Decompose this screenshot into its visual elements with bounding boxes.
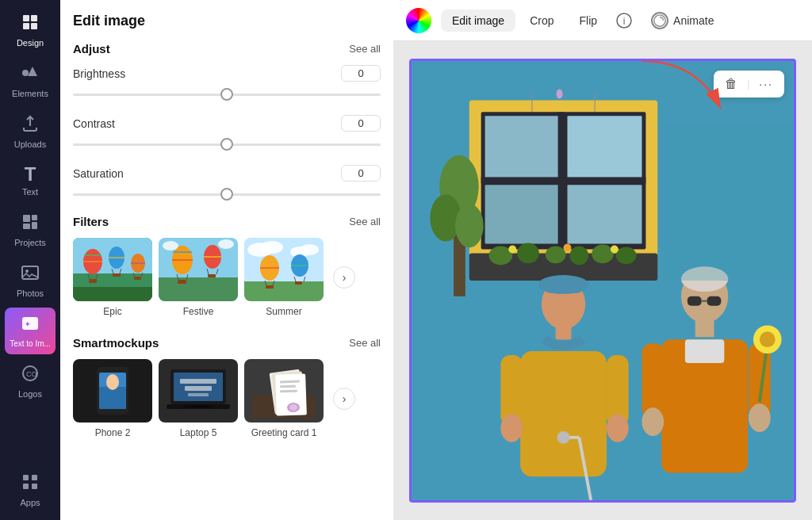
svg-rect-3: [31, 23, 37, 29]
svg-rect-0: [23, 15, 29, 21]
photos-icon: [21, 263, 40, 285]
animate-button[interactable]: Animate: [640, 7, 725, 34]
saturation-input[interactable]: [341, 165, 381, 182]
svg-point-122: [611, 245, 619, 253]
svg-text:i: i: [623, 16, 626, 27]
filter-festive-thumb: [159, 238, 238, 301]
text-to-image-icon: ✦: [21, 314, 40, 336]
sidebar-item-text[interactable]: T Text: [5, 159, 56, 203]
sidebar-item-projects-label: Projects: [14, 238, 46, 247]
svg-rect-17: [32, 475, 37, 480]
sidebar-item-text-label: Text: [22, 187, 38, 197]
svg-rect-7: [32, 215, 37, 220]
brightness-row: Brightness: [73, 65, 381, 102]
sidebar-item-photos[interactable]: Photos: [5, 257, 56, 304]
brightness-slider[interactable]: [73, 86, 381, 102]
svg-point-53: [163, 241, 178, 250]
info-button[interactable]: i: [611, 8, 637, 33]
svg-point-134: [557, 431, 570, 444]
svg-point-145: [642, 407, 664, 436]
sidebar-item-logos[interactable]: CO Logos: [5, 358, 56, 405]
brightness-input[interactable]: [341, 65, 381, 82]
smartmockups-section: Smartmockups See all Phone 2: [73, 336, 381, 438]
svg-rect-39: [73, 287, 152, 301]
mockup-laptop5-thumb: [159, 359, 238, 422]
uploads-icon: [21, 114, 40, 136]
svg-rect-126: [556, 326, 572, 342]
sidebar-item-design[interactable]: Design: [5, 6, 56, 54]
sidebar-item-elements[interactable]: Elements: [5, 57, 56, 105]
filter-epic-thumb: [73, 238, 152, 301]
svg-rect-56: [244, 281, 324, 301]
contrast-slider[interactable]: [73, 136, 381, 152]
flip-button[interactable]: Flip: [569, 10, 609, 32]
delete-button[interactable]: 🗑: [722, 75, 741, 93]
filters-section: Filters See all: [73, 215, 381, 317]
svg-point-118: [592, 244, 614, 263]
mockup-phone2-thumb: [73, 359, 152, 422]
svg-rect-100: [485, 116, 560, 178]
sidebar-item-apps-label: Apps: [20, 498, 40, 507]
smartmockups-see-all[interactable]: See all: [349, 337, 381, 349]
svg-rect-127: [520, 351, 607, 476]
canvas-body: 🗑 | ···: [393, 41, 812, 520]
mockup-next-arrow[interactable]: ›: [333, 388, 355, 410]
svg-point-61: [300, 244, 319, 255]
filters-section-header: Filters See all: [73, 215, 381, 228]
sidebar-item-design-label: Design: [17, 38, 44, 48]
svg-rect-102: [485, 185, 560, 243]
svg-rect-74: [99, 387, 126, 409]
more-options-button[interactable]: ···: [756, 76, 776, 92]
svg-rect-137: [688, 296, 702, 306]
filter-festive[interactable]: Festive: [159, 238, 238, 317]
design-icon: [21, 13, 40, 35]
svg-point-131: [607, 414, 629, 442]
edit-image-button[interactable]: Edit image: [441, 10, 515, 32]
sidebar-item-text-to-image[interactable]: ✦ Text to Im...: [5, 308, 56, 354]
smartmockups-label: Smartmockups: [73, 336, 159, 350]
sidebar-item-apps[interactable]: Apps: [5, 466, 56, 514]
elements-icon: [21, 63, 40, 86]
filter-summer[interactable]: Summer: [244, 238, 324, 317]
svg-rect-8: [32, 222, 37, 229]
svg-point-75: [106, 374, 119, 390]
saturation-slider[interactable]: [73, 186, 381, 202]
svg-rect-18: [23, 484, 29, 489]
svg-rect-2: [23, 23, 29, 29]
crop-button[interactable]: Crop: [519, 10, 565, 32]
mockup-greeting1-label: Greeting card 1: [251, 427, 317, 438]
svg-rect-80: [188, 393, 209, 396]
filter-summer-thumb: [244, 238, 324, 301]
mockup-laptop5[interactable]: Laptop 5: [159, 359, 238, 438]
filter-epic[interactable]: Epic: [73, 238, 152, 317]
svg-rect-140: [695, 319, 714, 337]
svg-rect-37: [134, 277, 141, 280]
contrast-input[interactable]: [341, 115, 381, 132]
svg-text:CO: CO: [26, 370, 37, 378]
svg-rect-26: [89, 279, 97, 283]
canvas-frame[interactable]: 🗑 | ···: [409, 59, 796, 503]
mockup-greeting1[interactable]: Greeting card 1: [244, 359, 324, 438]
mockup-phone2[interactable]: Phone 2: [73, 359, 152, 438]
mockup-laptop5-label: Laptop 5: [180, 427, 217, 438]
svg-point-130: [500, 414, 523, 442]
sidebar-item-projects[interactable]: Projects: [5, 206, 56, 254]
adjust-see-all[interactable]: See all: [349, 43, 381, 55]
svg-rect-143: [642, 343, 664, 418]
sidebar-item-uploads[interactable]: Uploads: [5, 108, 56, 155]
sidebar-item-photos-label: Photos: [17, 289, 44, 298]
svg-point-115: [517, 243, 539, 264]
filter-summer-label: Summer: [266, 306, 301, 317]
svg-rect-103: [567, 185, 642, 243]
filters-label: Filters: [73, 215, 109, 228]
filter-next-arrow[interactable]: ›: [333, 266, 355, 289]
logos-icon: CO: [21, 364, 40, 386]
svg-point-117: [569, 246, 588, 265]
filters-see-all[interactable]: See all: [349, 216, 381, 228]
svg-rect-19: [32, 484, 37, 489]
mockup-greeting1-thumb: [244, 359, 324, 422]
sidebar-item-elements-label: Elements: [12, 89, 48, 98]
svg-point-59: [261, 241, 283, 254]
adjust-section-header: Adjust See all: [73, 42, 381, 55]
gradient-selector[interactable]: [406, 8, 431, 33]
